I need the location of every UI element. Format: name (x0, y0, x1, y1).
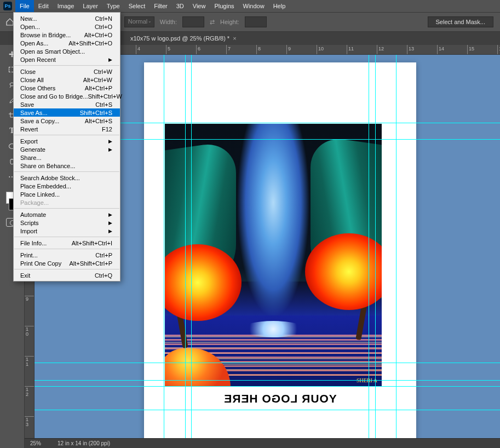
ruler-mark: 12 (377, 45, 384, 54)
menu-item-print-one-copy[interactable]: Print One CopyAlt+Shift+Ctrl+P (14, 259, 120, 267)
ruler-mark: 10 (317, 45, 324, 54)
ruler-mark: 4 (136, 45, 140, 54)
menu-item-open-as-smart-object[interactable]: Open as Smart Object... (14, 47, 120, 55)
menu-item-browse-in-bridge[interactable]: Browse in Bridge...Alt+Ctrl+O (14, 31, 120, 39)
width-label: Width: (160, 19, 177, 25)
menu-item-close-all[interactable]: Close AllAlt+Ctrl+W (14, 76, 120, 84)
menu-edit[interactable]: Edit (34, 0, 53, 12)
menu-item-package: Package... (14, 198, 120, 206)
ruler-mark: 10 (25, 326, 34, 337)
menu-window[interactable]: Window (239, 0, 269, 12)
guide-vertical[interactable] (375, 55, 376, 438)
zoom-indicator[interactable]: 25% (30, 440, 41, 446)
menu-item-open-recent[interactable]: Open Recent▶ (14, 55, 120, 64)
ruler-mark: 15 (467, 45, 474, 54)
menu-separator (14, 171, 119, 172)
menu-select[interactable]: Select (124, 0, 150, 12)
ruler-mark: 5 (166, 45, 170, 54)
ruler-mark: 8 (256, 45, 261, 54)
guide-vertical[interactable] (185, 55, 186, 438)
menu-item-revert[interactable]: RevertF12 (14, 125, 120, 133)
menu-layer[interactable]: Layer (78, 0, 102, 12)
document-tab[interactable]: x10x75 w logo.psd @ 25% (RGB/8) * × (126, 32, 241, 45)
menu-separator (14, 269, 119, 269)
ruler-mark: 13 (25, 416, 34, 427)
guide-horizontal[interactable] (35, 386, 500, 387)
menu-item-search-adobe-stock[interactable]: Search Adobe Stock... (14, 174, 120, 182)
menu-item-save-as[interactable]: Save As...Shift+Ctrl+S (14, 108, 120, 117)
ruler-mark: 9 (286, 45, 291, 54)
menu-item-generate[interactable]: Generate▶ (14, 145, 120, 153)
doc-dimensions[interactable]: 12 in x 14 in (200 ppi) (58, 440, 110, 446)
menu-item-share-on-behance[interactable]: Share on Behance... (14, 162, 120, 170)
height-field[interactable] (245, 16, 267, 27)
status-bar: 25% 12 in x 14 in (200 ppi) (25, 438, 500, 448)
ruler-mark: 9 (25, 296, 34, 302)
menu-item-place-embedded[interactable]: Place Embedded... (14, 182, 120, 190)
swap-icon[interactable]: ⇄ (210, 19, 215, 26)
guide-horizontal[interactable] (35, 410, 500, 410)
menu-3d[interactable]: 3D (172, 0, 188, 12)
app-logo: Ps (3, 2, 12, 10)
ruler-mark: 13 (407, 45, 414, 54)
menu-type[interactable]: Type (102, 0, 124, 12)
menu-item-file-info[interactable]: File Info...Alt+Shift+Ctrl+I (14, 239, 120, 247)
menu-plugins[interactable]: Plugins (210, 0, 238, 12)
menu-item-new[interactable]: New...Ctrl+N (14, 14, 120, 22)
ruler-mark: 11 (25, 356, 34, 367)
ruler-mark: 12 (25, 386, 34, 397)
menu-item-open[interactable]: Open...Ctrl+O (14, 22, 120, 31)
submenu-arrow-icon: ▶ (108, 220, 112, 226)
tab-title: x10x75 w logo.psd @ 25% (RGB/8) * (130, 35, 229, 42)
menu-separator (14, 65, 119, 66)
menu-item-scripts[interactable]: Scripts▶ (14, 219, 120, 227)
submenu-arrow-icon: ▶ (108, 147, 112, 152)
menu-separator (14, 208, 119, 209)
submenu-arrow-icon: ▶ (108, 212, 112, 217)
menu-item-save[interactable]: SaveCtrl+S (14, 100, 120, 108)
menu-item-share[interactable]: Share... (14, 153, 120, 162)
menu-image[interactable]: Image (53, 0, 79, 12)
menu-item-save-a-copy[interactable]: Save a Copy...Alt+Ctrl+S (14, 117, 120, 125)
height-label: Height: (220, 19, 239, 25)
close-icon[interactable]: × (233, 35, 236, 42)
menu-item-export[interactable]: Export▶ (14, 137, 120, 145)
guide-horizontal[interactable] (35, 380, 500, 381)
menu-item-import[interactable]: Import▶ (14, 227, 120, 235)
menu-separator (14, 135, 119, 135)
submenu-arrow-icon: ▶ (108, 57, 112, 62)
style-select[interactable]: Normal⌄ (124, 16, 154, 27)
menu-filter[interactable]: Filter (150, 0, 171, 12)
menu-item-close-others[interactable]: Close OthersAlt+Ctrl+P (14, 84, 120, 92)
guide-vertical[interactable] (164, 55, 164, 438)
painting-image: SHERI A (165, 124, 382, 387)
menu-separator (14, 237, 119, 237)
menu-item-place-linked[interactable]: Place Linked... (14, 190, 120, 198)
menu-item-open-as[interactable]: Open As...Alt+Shift+Ctrl+O (14, 39, 120, 47)
menu-item-automate[interactable]: Automate▶ (14, 210, 120, 219)
ruler-mark: 14 (437, 45, 444, 54)
menu-item-close-and-go-to-bridge[interactable]: Close and Go to Bridge...Shift+Ctrl+W (14, 92, 120, 100)
guide-horizontal[interactable] (35, 363, 500, 363)
menu-file[interactable]: File (15, 0, 34, 12)
file-menu-dropdown: New...Ctrl+NOpen...Ctrl+OBrowse in Bridg… (13, 12, 120, 282)
submenu-arrow-icon: ▶ (108, 139, 112, 144)
menu-help[interactable]: Help (269, 0, 290, 12)
menu-item-close[interactable]: CloseCtrl+W (14, 67, 120, 76)
guide-vertical[interactable] (396, 55, 396, 438)
guide-vertical[interactable] (369, 55, 369, 438)
select-and-mask-button[interactable]: Select and Mask... (428, 16, 494, 27)
menu-item-print[interactable]: Print...Ctrl+P (14, 251, 120, 259)
submenu-arrow-icon: ▶ (108, 228, 112, 234)
menubar: Ps FileEditImageLayerTypeSelectFilter3DV… (0, 0, 500, 12)
ruler-mark: 7 (226, 45, 231, 54)
width-field[interactable] (182, 16, 204, 27)
guide-vertical[interactable] (191, 55, 192, 438)
menu-view[interactable]: View (188, 0, 210, 12)
menu-separator (14, 249, 119, 249)
ruler-mark: 6 (196, 45, 200, 54)
ruler-mark: 16 (497, 45, 500, 54)
menu-item-exit[interactable]: ExitCtrl+Q (14, 271, 120, 279)
ruler-mark: 11 (347, 45, 354, 54)
